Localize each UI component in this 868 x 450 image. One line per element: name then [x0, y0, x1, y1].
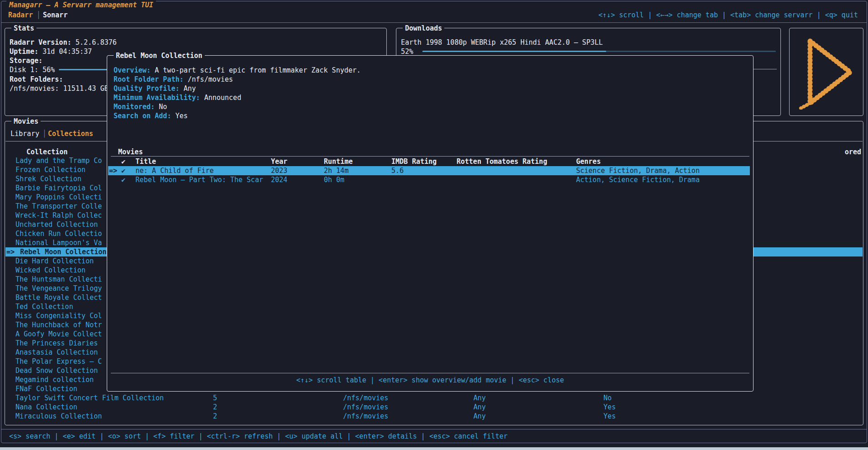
collection-name: Uncharted Collection: [16, 220, 98, 229]
collection-root-folder: /nfs/movies: [343, 403, 388, 412]
collection-name: Shrek Collection: [16, 174, 82, 183]
collection-name: Battle Royale Collect: [16, 293, 102, 302]
collection-name: A Goofy Movie Collect: [16, 330, 102, 339]
collection-name: Mary Poppins Collecti: [16, 193, 102, 202]
monitored-check-icon: ✔: [121, 175, 125, 184]
monitored-check-icon: ✔: [121, 166, 125, 175]
movie-title: Rebel Moon – Part Two: The Scar: [135, 175, 263, 184]
movie-genres: Action, Science Fiction, Drama: [576, 175, 700, 184]
collection-name: Rebel Moon Collection: [20, 247, 107, 256]
collection-name: Miraculous Collection: [16, 412, 102, 421]
collection-movie-count: 5: [213, 393, 217, 403]
movie-year: 2024: [271, 175, 287, 184]
collection-name: The Polar Express – C: [16, 357, 102, 366]
collection-details-modal: Rebel Moon Collection Overview:A two-par…: [107, 55, 754, 392]
collection-name: The Transporter Colle: [16, 202, 102, 211]
collection-name: Miss Congeniality Col: [16, 311, 102, 320]
collection-name: Nana Collection: [16, 403, 77, 412]
collection-name: The Huntsman Collecti: [16, 275, 102, 284]
collection-row[interactable]: Nana Collection2/nfs/moviesAnyYes: [0, 403, 868, 412]
selection-marker: =>: [109, 166, 117, 175]
collection-name: Die Hard Collection: [16, 256, 94, 266]
movie-row[interactable]: ✔Rebel Moon – Part Two: The Scar20240h 0…: [107, 175, 753, 184]
collection-name: FNaF Collection: [16, 384, 77, 393]
collection-movie-count: 2: [213, 412, 217, 421]
modal-help: <↑↓> scroll table | <enter> show overvie…: [107, 376, 753, 385]
collection-row[interactable]: Taylor Swift Concert Film Collection5/nf…: [0, 393, 868, 403]
movie-runtime: 2h 14m: [324, 166, 348, 175]
managarr-screen: Managarr – A Servarr management TUI Rada…: [0, 0, 868, 450]
modal-footer-divider: [111, 373, 749, 373]
collection-name: National Lampoon's Va: [16, 238, 102, 247]
selection-marker: =>: [6, 247, 15, 256]
collection-name: The Vengeance Trilogy: [16, 284, 102, 293]
collection-name: Barbie Fairytopia Col: [16, 183, 102, 193]
movie-genres: Science Fiction, Drama, Action: [576, 166, 700, 175]
collection-quality-profile: Any: [473, 393, 486, 403]
collection-root-folder: /nfs/movies: [343, 412, 388, 421]
movie-row-selected[interactable]: =>✔ne: A Child of Fire20232h 14m5.6Scien…: [107, 166, 753, 175]
collection-name: Dead Snow Collection: [16, 366, 98, 375]
collection-name: Anastasia Collection: [16, 348, 98, 357]
collection-monitored: No: [603, 393, 612, 403]
movie-runtime: 0h 0m: [324, 175, 344, 184]
collection-quality-profile: Any: [473, 412, 486, 421]
modal-movie-rows: =>✔ne: A Child of Fire20232h 14m5.6Scien…: [107, 56, 753, 391]
collection-root-folder: /nfs/movies: [343, 393, 388, 403]
collection-name: The Hunchback of Notr: [16, 320, 102, 330]
collection-movie-count: 2: [213, 403, 217, 412]
collection-name: Ted Collection: [16, 302, 73, 311]
collection-monitored: Yes: [603, 412, 616, 421]
collection-monitored: Yes: [603, 403, 616, 412]
collection-name: Wreck-It Ralph Collec: [16, 211, 102, 220]
collection-name: Chicken Run Collectio: [16, 229, 102, 238]
movie-title: ne: A Child of Fire: [135, 166, 214, 175]
collection-name: Megamind collection: [16, 375, 94, 384]
movie-year: 2023: [271, 166, 287, 175]
collection-quality-profile: Any: [473, 403, 486, 412]
collection-name: The Princess Diaries: [16, 339, 98, 348]
collection-name: Lady and the Tramp Co: [16, 156, 102, 165]
movie-imdb-rating: 5.6: [391, 166, 404, 175]
collection-name: Taylor Swift Concert Film Collection: [16, 393, 164, 403]
collection-name: Frozen Collection: [16, 165, 86, 174]
collection-row[interactable]: Miraculous Collection2/nfs/moviesAnyYes: [0, 412, 868, 421]
collection-name: Wicked Collection: [16, 266, 86, 275]
